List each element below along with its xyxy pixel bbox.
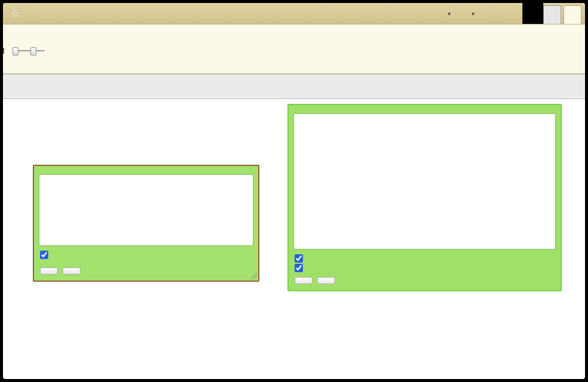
caret-down-icon: ▾ (472, 11, 475, 17)
slider-handle-1[interactable] (13, 47, 18, 56)
open-issue-input[interactable] (295, 254, 303, 263)
comment-textarea[interactable] (293, 113, 556, 249)
slider-tick-start (3, 48, 4, 54)
comment-header (34, 166, 258, 173)
comment-buttons (289, 276, 561, 290)
view-mode-bar (3, 74, 585, 99)
slider-handle-2[interactable] (30, 47, 36, 56)
update-menu[interactable]: ▾ (459, 3, 483, 24)
tab-reviews[interactable] (543, 5, 561, 24)
close-menu[interactable]: ▾ (435, 3, 459, 24)
comment-box-right (287, 104, 562, 291)
revision-notice-area (3, 24, 585, 74)
diff-content (3, 99, 585, 356)
revision-slider-row (11, 45, 577, 52)
dark-separator (522, 3, 543, 24)
comment-header (289, 105, 561, 112)
tab-file[interactable] (564, 5, 581, 24)
revision-slider[interactable] (14, 47, 45, 54)
comment-options (289, 253, 561, 276)
top-toolbar: ☆ ▾ ▾ (3, 3, 585, 24)
review-button[interactable] (483, 3, 500, 24)
comment-buttons (34, 266, 258, 281)
open-issue-checkbox[interactable] (40, 251, 252, 259)
comment-textarea[interactable] (39, 174, 253, 246)
open-issue-checkbox[interactable] (295, 254, 555, 263)
comment-box-left (33, 165, 259, 282)
save-button[interactable] (295, 277, 312, 284)
cancel-button[interactable] (317, 277, 335, 284)
star-icon[interactable]: ☆ (7, 3, 23, 24)
save-button[interactable] (40, 267, 58, 275)
enable-markdown-input[interactable] (295, 264, 303, 272)
toolbar-spacer (23, 3, 435, 24)
open-issue-input[interactable] (40, 251, 48, 259)
caret-down-icon: ▾ (448, 11, 451, 17)
app-window: ☆ ▾ ▾ (3, 3, 585, 379)
comment-options (34, 249, 258, 263)
cancel-button[interactable] (63, 267, 81, 275)
shipit-button[interactable] (500, 3, 518, 24)
enable-markdown-checkbox[interactable] (295, 264, 555, 272)
resize-grip-icon[interactable] (250, 272, 257, 279)
